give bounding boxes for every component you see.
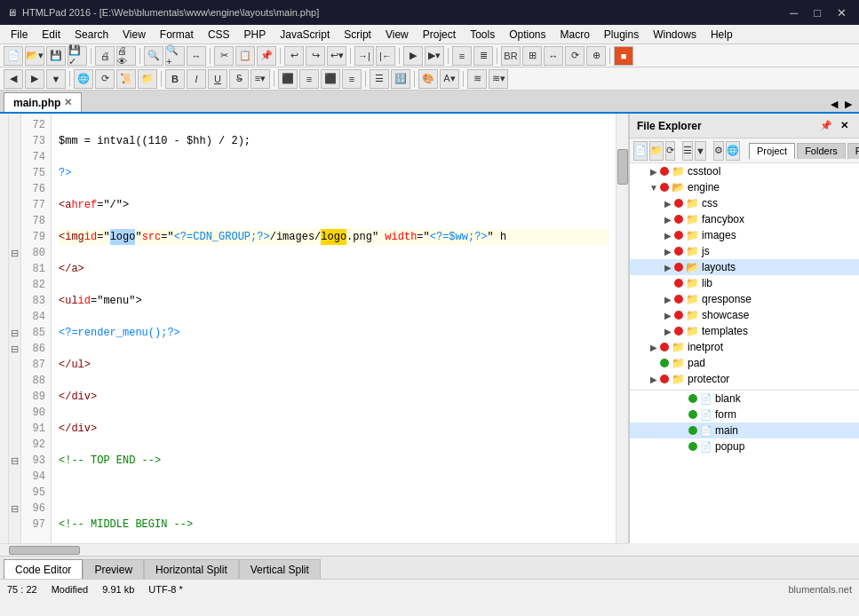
menu-help[interactable]: Help bbox=[704, 27, 740, 43]
tab-close-icon[interactable]: ✕ bbox=[64, 97, 72, 108]
tb2-nav-back[interactable]: ◀ bbox=[4, 69, 23, 89]
tree-protector[interactable]: ▶ 📁 protector bbox=[630, 371, 859, 387]
exp-showcase[interactable]: ▶ bbox=[662, 311, 674, 320]
tb-outdent[interactable]: |← bbox=[376, 46, 395, 66]
fold-92[interactable] bbox=[9, 437, 20, 453]
tree-csstool[interactable]: ▶ 📁 csstool bbox=[630, 163, 859, 179]
tb-paste[interactable]: 📌 bbox=[257, 46, 276, 66]
horiz-scroll-thumb[interactable] bbox=[9, 546, 80, 555]
tree-templates[interactable]: ▶ 📁 templates bbox=[630, 323, 859, 339]
fe-tab-ftp[interactable]: FTP bbox=[847, 143, 859, 159]
fold-96[interactable]: ⊟ bbox=[9, 501, 20, 517]
fe-tab-project[interactable]: Project bbox=[749, 143, 795, 159]
fold-93[interactable]: ⊟ bbox=[9, 453, 20, 469]
tb-print-preview[interactable]: 🖨👁 bbox=[116, 46, 136, 66]
tb2-align-right[interactable]: ⬛ bbox=[321, 69, 340, 89]
fold-75[interactable] bbox=[9, 165, 20, 181]
tb2-underline[interactable]: U bbox=[208, 69, 227, 89]
fold-89[interactable] bbox=[9, 389, 20, 405]
tb2-proj[interactable]: 📁 bbox=[138, 69, 157, 89]
tb2-nav-fwd[interactable]: ▶ bbox=[25, 69, 44, 89]
fold-76[interactable] bbox=[9, 181, 20, 197]
tab-main-php[interactable]: main.php ✕ bbox=[4, 92, 82, 112]
tb-new[interactable]: 📄 bbox=[4, 46, 23, 66]
tb-redo[interactable]: ↪ bbox=[306, 46, 325, 66]
tb-format2[interactable]: ≣ bbox=[473, 46, 493, 66]
fold-81[interactable] bbox=[9, 261, 20, 277]
tb-cut[interactable]: ✂ bbox=[214, 46, 234, 66]
fold-86[interactable]: ⊟ bbox=[9, 341, 20, 357]
menu-format[interactable]: Format bbox=[153, 27, 201, 43]
horiz-scrollbar[interactable] bbox=[0, 543, 628, 556]
tree-blank[interactable]: 📄 blank bbox=[630, 391, 859, 407]
fold-72[interactable] bbox=[9, 117, 20, 133]
minimize-button[interactable]: ─ bbox=[784, 4, 803, 21]
fe-tb-globe[interactable]: 🌐 bbox=[726, 141, 740, 161]
tree-pad[interactable]: 📁 pad bbox=[630, 355, 859, 371]
tree-popup[interactable]: 📄 popup bbox=[630, 438, 859, 454]
btab-code-editor[interactable]: Code Editor bbox=[4, 559, 83, 579]
tb-misc4[interactable]: ⟳ bbox=[565, 46, 585, 66]
tb2-italic[interactable]: I bbox=[187, 69, 206, 89]
exp-fancybox[interactable]: ▶ bbox=[662, 215, 674, 225]
scroll-thumb[interactable] bbox=[617, 149, 628, 185]
fold-97[interactable] bbox=[9, 517, 20, 533]
fold-85[interactable]: ⊟ bbox=[9, 325, 20, 341]
menu-windows[interactable]: Windows bbox=[646, 27, 704, 43]
tree-js[interactable]: ▶ 📁 js bbox=[630, 243, 859, 259]
menu-view2[interactable]: View bbox=[378, 27, 416, 43]
tb-run[interactable]: ▶ bbox=[403, 46, 423, 66]
fold-82[interactable] bbox=[9, 277, 20, 293]
tree-engine[interactable]: ▼ 📂 engine bbox=[630, 179, 859, 195]
fe-tb-view[interactable]: ☰ bbox=[682, 141, 693, 161]
menu-project[interactable]: Project bbox=[416, 27, 463, 43]
menu-plugins[interactable]: Plugins bbox=[597, 27, 646, 43]
tb-open-arrow[interactable]: 📂▾ bbox=[25, 46, 44, 66]
tb2-align-center[interactable]: ≡ bbox=[299, 69, 319, 89]
tb2-strike[interactable]: S̶ bbox=[229, 69, 249, 89]
tree-layouts[interactable]: ▶ 📂 layouts bbox=[630, 259, 859, 275]
close-button[interactable]: ✕ bbox=[831, 4, 852, 21]
fe-tb-filter[interactable]: ▼ bbox=[695, 141, 706, 161]
tb-misc1[interactable]: BR bbox=[501, 46, 521, 66]
fe-tb-new[interactable]: 📄 bbox=[633, 141, 648, 161]
fe-tb-folder[interactable]: 📁 bbox=[649, 141, 664, 161]
tb-save[interactable]: 💾 bbox=[46, 46, 66, 66]
tb2-misc2[interactable]: ≋ bbox=[467, 69, 487, 89]
fold-73[interactable] bbox=[9, 133, 20, 149]
tb2-misc[interactable]: ≡▾ bbox=[251, 69, 270, 89]
menu-php[interactable]: PHP bbox=[237, 27, 274, 43]
tree-qresponse[interactable]: ▶ 📁 qresponse bbox=[630, 291, 859, 307]
exp-engine[interactable]: ▼ bbox=[648, 183, 660, 193]
fold-74[interactable] bbox=[9, 149, 20, 165]
tb-misc2[interactable]: ⊞ bbox=[522, 46, 542, 66]
menu-tools[interactable]: Tools bbox=[463, 27, 502, 43]
btab-preview[interactable]: Preview bbox=[83, 559, 144, 579]
exp-csstool[interactable]: ▶ bbox=[648, 167, 660, 177]
fold-87[interactable] bbox=[9, 357, 20, 373]
tab-nav-right[interactable]: ▶ bbox=[841, 97, 855, 112]
tree-main[interactable]: 📄 main bbox=[630, 423, 859, 438]
exp-images[interactable]: ▶ bbox=[662, 231, 674, 241]
tb2-misc3[interactable]: ≋▾ bbox=[489, 69, 508, 89]
menu-search[interactable]: Search bbox=[68, 27, 115, 43]
exp-templates[interactable]: ▶ bbox=[662, 327, 674, 336]
tb-undo[interactable]: ↩ bbox=[284, 46, 304, 66]
btab-horiz-split[interactable]: Horizontal Split bbox=[144, 559, 239, 579]
tb2-list-ul[interactable]: ☰ bbox=[370, 69, 389, 89]
fold-77[interactable] bbox=[9, 197, 20, 213]
menu-view[interactable]: View bbox=[115, 27, 153, 43]
tb2-hist[interactable]: 📜 bbox=[116, 69, 136, 89]
tb2-align-left[interactable]: ⬛ bbox=[278, 69, 298, 89]
fold-80[interactable]: ⊟ bbox=[9, 245, 20, 261]
menu-edit[interactable]: Edit bbox=[35, 27, 68, 43]
fold-84[interactable] bbox=[9, 309, 20, 325]
fold-78[interactable] bbox=[9, 213, 20, 229]
tree-lib[interactable]: 📁 lib bbox=[630, 275, 859, 291]
tb2-font[interactable]: A▾ bbox=[440, 69, 459, 89]
tb-save-all[interactable]: 💾✓ bbox=[68, 46, 87, 66]
tb-replace[interactable]: ↔ bbox=[187, 46, 206, 66]
tb-color[interactable]: ■ bbox=[614, 46, 633, 66]
fold-94[interactable] bbox=[9, 469, 20, 485]
menu-options[interactable]: Options bbox=[502, 27, 553, 43]
